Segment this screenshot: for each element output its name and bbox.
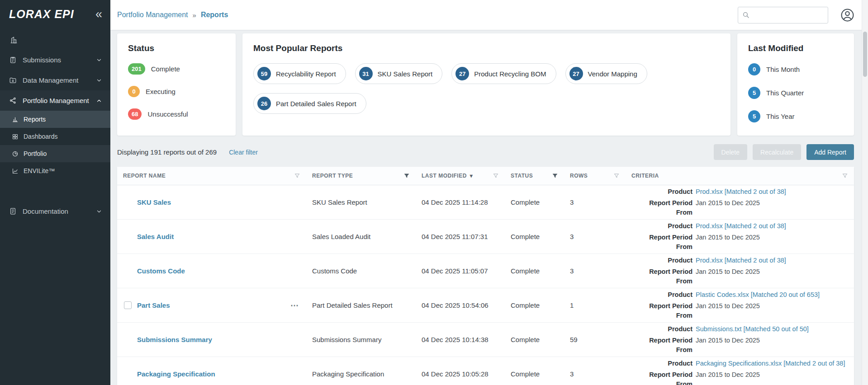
breadcrumb-portfolio-management[interactable]: Portfolio Management xyxy=(117,11,188,19)
filter-icon[interactable] xyxy=(613,173,620,179)
report-name-link[interactable]: SKU Sales xyxy=(137,198,171,206)
delete-button[interactable]: Delete xyxy=(714,144,747,160)
sidebar: LORAX EPI « Submissions Data Management xyxy=(0,0,110,385)
last-modified-item-label: This Month xyxy=(766,66,800,73)
sidebar-item-organization[interactable] xyxy=(0,30,110,50)
popular-count-badge: 27 xyxy=(455,67,469,80)
criteria-value-link[interactable]: Submissions.txt [Matched 50 out of 50] xyxy=(696,324,848,334)
sidebar-item-submissions[interactable]: Submissions xyxy=(0,50,110,70)
sidebar-item-dashboards[interactable]: Dashboards xyxy=(0,128,110,145)
reports-table: REPORT NAME ▾ REPORT TYPE ▾ LAST MODIFIE… xyxy=(117,167,854,385)
popular-report-pill[interactable]: 27 Vendor Mapping xyxy=(565,63,647,84)
row-checkbox[interactable] xyxy=(124,301,132,309)
popular-count-badge: 27 xyxy=(569,67,583,80)
criteria-value-link[interactable]: Prod.xlsx [Matched 2 out of 38] xyxy=(696,256,848,265)
criteria-value-link[interactable]: Prod.xlsx [Matched 2 out of 38] xyxy=(696,187,848,197)
sort-desc-icon[interactable]: ▾ xyxy=(470,173,473,179)
popular-report-pill[interactable]: 27 Product Recycling BOM xyxy=(451,63,556,84)
sidebar-item-documentation[interactable]: Documentation xyxy=(0,201,110,221)
sidebar-collapse-button[interactable]: « xyxy=(95,8,102,20)
status-count-badge: 201 xyxy=(128,63,145,75)
report-name-link[interactable]: Part Sales xyxy=(137,301,170,309)
logo-row: LORAX EPI « xyxy=(0,0,110,28)
report-name-link[interactable]: Customs Code xyxy=(137,267,185,275)
column-header[interactable]: STATUS ▾ xyxy=(505,173,564,179)
criteria-cell: ProductSubmissions.txt [Matched 50 out o… xyxy=(626,323,854,357)
search-input[interactable] xyxy=(753,11,824,19)
network-icon xyxy=(9,97,17,104)
vertical-scrollbar[interactable] xyxy=(862,0,868,385)
sidebar-item-portfolio-management[interactable]: Portfolio Management xyxy=(0,90,110,111)
popular-report-pill[interactable]: 31 SKU Sales Report xyxy=(355,63,443,84)
document-icon xyxy=(9,207,17,215)
table-row[interactable]: Customs Code ⋯ Customs Code 04 Dec 2025 … xyxy=(117,254,854,288)
status-cell: Complete xyxy=(505,370,564,378)
criteria-label: Product xyxy=(631,359,693,368)
criteria-line: Report Period FromJan 2015 to Dec 2025 xyxy=(631,370,848,385)
table-row[interactable]: Part Sales ⋯ Part Detailed Sales Report … xyxy=(117,288,854,323)
table-row[interactable]: SKU Sales ⋯ SKU Sales Report 04 Dec 2025… xyxy=(117,185,854,220)
criteria-label: Report Period From xyxy=(631,370,693,385)
filter-icon[interactable] xyxy=(493,173,499,179)
report-name-link[interactable]: Packaging Specification xyxy=(137,370,215,378)
status-cell: Complete xyxy=(505,233,564,240)
popular-count-badge: 59 xyxy=(257,67,271,80)
rows-cell: 59 xyxy=(564,336,626,343)
criteria-line: Report Period FromJan 2015 to Dec 2025 xyxy=(631,267,848,286)
recalculate-button[interactable]: Recalculate xyxy=(753,144,801,160)
filter-icon[interactable] xyxy=(842,173,848,179)
sidebar-item-data-management[interactable]: Data Management xyxy=(0,70,110,90)
status-cell: Complete xyxy=(505,336,564,343)
criteria-value-link[interactable]: Packaging Specifications.xlsx [Matched 2… xyxy=(696,359,848,368)
status-card: Status 201 Complete 0 Executing 68 Unsuc… xyxy=(117,33,236,136)
chevron-down-icon xyxy=(96,57,102,63)
scrollbar-thumb[interactable] xyxy=(863,32,867,77)
sidebar-item-portfolio[interactable]: Portfolio xyxy=(0,145,110,162)
column-header[interactable]: LAST MODIFIED ▾ xyxy=(416,173,505,179)
criteria-cell: ProductPackaging Specifications.xlsx [Ma… xyxy=(626,357,854,385)
column-header[interactable]: REPORT TYPE ▾ xyxy=(306,173,416,179)
clear-filter-link[interactable]: Clear filter xyxy=(229,149,258,156)
popular-pill-label: Part Detailed Sales Report xyxy=(276,100,356,108)
sidebar-item-label: ENVILite™ xyxy=(24,167,55,174)
column-header-label: ROWS xyxy=(570,173,588,179)
report-name-link[interactable]: Sales Audit xyxy=(137,233,174,240)
report-name-link[interactable]: Submissions Summary xyxy=(137,336,212,343)
column-header[interactable]: REPORT NAME ▾ xyxy=(117,173,306,179)
report-name-cell: SKU Sales ⋯ xyxy=(117,197,306,207)
table-row[interactable]: Sales Audit ⋯ Sales Loaded Audit 04 Dec … xyxy=(117,220,854,254)
criteria-cell: ProductPlastic Codes.xlsx [Matched 20 ou… xyxy=(626,288,854,322)
criteria-line: ProductSubmissions.txt [Matched 50 out o… xyxy=(631,324,848,334)
status-item-label: Executing xyxy=(146,88,175,95)
table-row[interactable]: Submissions Summary ⋯ Submissions Summar… xyxy=(117,323,854,357)
popular-report-pill[interactable]: 59 Recyclability Report xyxy=(253,63,346,84)
criteria-value-link[interactable]: Plastic Codes.xlsx [Matched 20 out of 65… xyxy=(696,290,848,300)
row-menu-button[interactable]: ⋯ xyxy=(289,300,300,310)
sidebar-item-reports[interactable]: Reports xyxy=(0,111,110,128)
top-bar: Portfolio Management » Reports xyxy=(110,0,868,30)
last-modified-cell: 04 Dec 2025 11:05:07 xyxy=(416,267,505,275)
clipboard-icon xyxy=(9,56,17,64)
popular-count-badge: 31 xyxy=(359,67,373,80)
add-report-button[interactable]: Add Report xyxy=(806,144,854,160)
criteria-line: Report Period FromJan 2015 to Dec 2025 xyxy=(631,336,848,355)
last-modified-list: 0 This Month 5 This Quarter 5 This Year xyxy=(748,63,843,122)
criteria-line: Report Period FromJan 2015 to Dec 2025 xyxy=(631,301,848,320)
popular-report-pill[interactable]: 26 Part Detailed Sales Report xyxy=(253,93,366,114)
criteria-value-link[interactable]: Prod.xlsx [Matched 2 out of 38] xyxy=(696,221,848,231)
criteria-label: Report Period From xyxy=(631,267,693,286)
status-card-title: Status xyxy=(128,43,225,53)
table-row[interactable]: Packaging Specification ⋯ Packaging Spec… xyxy=(117,357,854,385)
popular-pill-label: Vendor Mapping xyxy=(588,70,637,78)
bar-chart-icon xyxy=(12,116,19,123)
column-header[interactable]: ROWS ▾ xyxy=(564,173,626,179)
filter-icon[interactable] xyxy=(552,173,558,179)
sidebar-item-envilite[interactable]: ENVILite™ xyxy=(0,162,110,179)
column-header[interactable]: CRITERIA ▾ xyxy=(626,173,854,179)
popular-count-badge: 26 xyxy=(257,97,271,110)
criteria-cell: ProductProd.xlsx [Matched 2 out of 38]Re… xyxy=(626,254,854,288)
filter-icon[interactable] xyxy=(403,173,410,179)
filter-icon[interactable] xyxy=(294,173,300,179)
user-avatar-icon[interactable] xyxy=(840,8,854,22)
rows-cell: 3 xyxy=(564,198,626,206)
